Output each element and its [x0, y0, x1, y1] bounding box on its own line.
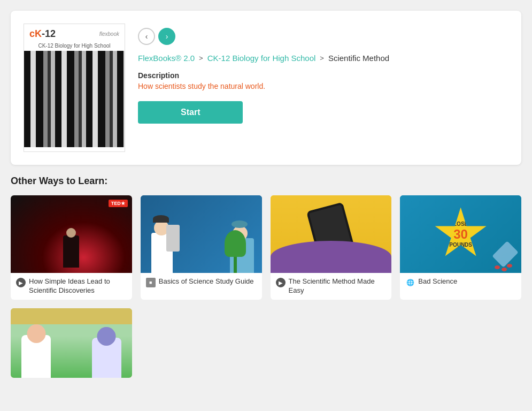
breadcrumb-sep-2: >: [320, 54, 324, 62]
tablet-scene: [271, 195, 392, 273]
yellow-wall: [11, 308, 132, 324]
flexbook-logo: flexbook: [99, 31, 119, 37]
main-content-card: cK-12 flexbook CK-12 Biology for High Sc…: [11, 11, 521, 165]
book-cover-image: [24, 51, 125, 147]
resource-thumb-5: [11, 308, 132, 378]
bottom-cards-grid: [11, 308, 521, 378]
resource-thumb-1: TED★: [11, 195, 132, 273]
resource-info-1: ▶ How Simple Ideas Lead to Scientific Di…: [11, 273, 132, 300]
description-text: How scientists study the natural world.: [138, 82, 508, 90]
resource-thumb-2: [141, 195, 262, 273]
resource-card-4[interactable]: LOSE 30 POUNDS: [400, 195, 521, 300]
person-silhouette: [58, 225, 84, 268]
start-button[interactable]: Start: [138, 101, 243, 124]
ted-badge: TED★: [109, 200, 128, 207]
other-ways-section: Other Ways to Learn: TED★ ▶ How Simple I…: [0, 176, 532, 389]
description-label: Description: [138, 71, 508, 80]
breadcrumb: FlexBooks® 2.0 > CK-12 Biology for High …: [138, 54, 508, 63]
breadcrumb-link-1[interactable]: FlexBooks® 2.0: [138, 54, 195, 63]
character-1: [21, 335, 51, 378]
resource-title-2: Basics of Science Study Guide: [159, 277, 254, 286]
resource-card-5[interactable]: [11, 308, 132, 378]
breadcrumb-current: Scientific Method: [328, 54, 389, 63]
other-ways-title: Other Ways to Learn:: [11, 176, 521, 187]
resource-thumb-3: [271, 195, 392, 273]
book-cover: cK-12 flexbook CK-12 Biology for High Sc…: [24, 24, 125, 152]
video-icon-3: ▶: [276, 278, 286, 287]
nav-arrows: ‹ ›: [138, 28, 508, 45]
starburst-container: LOSE 30 POUNDS: [434, 208, 488, 261]
resource-title-4: Bad Science: [418, 277, 457, 286]
book-subtitle: CK-12 Biology for High School: [24, 42, 125, 51]
character-2: [92, 338, 121, 378]
scientist-figure: [141, 195, 262, 273]
resource-card-1[interactable]: TED★ ▶ How Simple Ideas Lead to Scientif…: [11, 195, 132, 300]
prev-button[interactable]: ‹: [138, 28, 155, 45]
book-info: ‹ › FlexBooks® 2.0 > CK-12 Biology for H…: [138, 24, 508, 124]
resource-card-3[interactable]: ▶ The Scientific Method Made Easy: [271, 195, 392, 300]
resource-card-2[interactable]: ■ Basics of Science Study Guide: [141, 195, 262, 300]
pill-bottle: [497, 243, 513, 265]
resources-grid: TED★ ▶ How Simple Ideas Lead to Scientif…: [11, 195, 521, 300]
lose-text: LOSE: [449, 221, 472, 227]
resource-title-1: How Simple Ideas Lead to Scientific Disc…: [29, 277, 127, 295]
cartoon-scene: [11, 308, 132, 378]
resource-info-3: ▶ The Scientific Method Made Easy: [271, 273, 392, 300]
scientist-body: [146, 209, 181, 273]
thirty-text: 30: [449, 227, 472, 242]
breadcrumb-link-2[interactable]: CK-12 Biology for High School: [207, 54, 316, 63]
resource-title-3: The Scientific Method Made Easy: [289, 277, 387, 295]
video-icon-1: ▶: [16, 278, 26, 287]
pounds-text: POUNDS: [449, 242, 472, 248]
next-button[interactable]: ›: [158, 28, 175, 45]
plant: [219, 225, 251, 273]
bad-science-scene: LOSE 30 POUNDS: [400, 195, 521, 273]
book-cover-header: cK-12 flexbook: [24, 24, 125, 42]
starburst-text: LOSE 30 POUNDS: [449, 221, 472, 248]
resource-info-4: 🌐 Bad Science: [400, 273, 521, 292]
globe-icon-4: 🌐: [405, 278, 415, 287]
starburst: LOSE 30 POUNDS: [434, 208, 488, 261]
zebra-image: [24, 51, 125, 147]
breadcrumb-sep-1: >: [199, 54, 203, 62]
guide-icon-2: ■: [146, 278, 156, 287]
resource-info-2: ■ Basics of Science Study Guide: [141, 273, 262, 292]
resource-thumb-4: LOSE 30 POUNDS: [400, 195, 521, 273]
purple-blob: [271, 241, 392, 273]
ck12-logo: cK-12: [29, 28, 56, 40]
